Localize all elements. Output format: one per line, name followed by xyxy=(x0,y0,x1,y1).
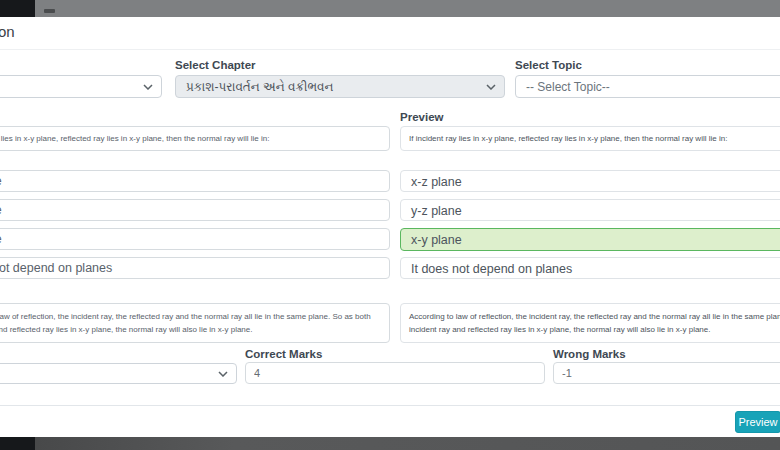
option-input-1[interactable] xyxy=(0,170,390,192)
chapter-label: Select Chapter xyxy=(175,59,256,71)
option-preview-2: y-z plane xyxy=(400,199,780,221)
top-bar-left-block xyxy=(0,0,35,17)
chevron-down-icon xyxy=(218,371,228,377)
explanation-textarea[interactable]: According to law of reflection, the inci… xyxy=(0,303,390,343)
wrong-marks-input[interactable] xyxy=(553,362,780,384)
tab-handle-icon xyxy=(44,9,55,13)
page-title: on xyxy=(0,23,15,40)
question-input[interactable] xyxy=(0,126,390,151)
option-input-3[interactable] xyxy=(0,228,390,250)
topic-select-value: -- Select Topic-- xyxy=(526,80,610,94)
explanation-preview: According to law of reflection, the inci… xyxy=(400,303,780,343)
option-preview-3-correct: x-y plane xyxy=(400,228,780,251)
option-preview-1: x-z plane xyxy=(400,170,780,192)
topic-label: Select Topic xyxy=(515,59,582,71)
bottom-bar xyxy=(0,437,780,450)
title-divider xyxy=(0,49,780,50)
preview-button[interactable]: Preview xyxy=(735,411,780,433)
bottom-bar-left-block xyxy=(0,437,35,450)
screen: on Select Chapter પ્રકાશ-પરાવર્તન અને વક… xyxy=(0,0,780,450)
question-type-select[interactable] xyxy=(0,363,237,384)
subject-select[interactable] xyxy=(0,75,162,98)
correct-marks-label: Correct Marks xyxy=(245,348,322,360)
question-preview: If incident ray lies in x-y plane, refle… xyxy=(400,126,780,151)
chevron-down-icon xyxy=(143,84,153,90)
wrong-marks-label: Wrong Marks xyxy=(553,348,626,360)
chevron-down-icon xyxy=(486,84,496,90)
correct-marks-input[interactable] xyxy=(245,362,545,384)
option-input-4[interactable] xyxy=(0,257,390,279)
chapter-select-value: પ્રકાશ-પરાવર્તન અને વક્રીભવન xyxy=(186,80,333,94)
topic-select[interactable]: -- Select Topic-- xyxy=(515,75,780,98)
option-input-2[interactable] xyxy=(0,199,390,221)
footer-divider xyxy=(0,405,780,406)
top-bar xyxy=(0,0,780,17)
option-preview-4: It does not depend on planes xyxy=(400,257,780,279)
chapter-select[interactable]: પ્રકાશ-પરાવર્તન અને વક્રીભવન xyxy=(175,75,505,98)
preview-header: Preview xyxy=(400,111,443,123)
